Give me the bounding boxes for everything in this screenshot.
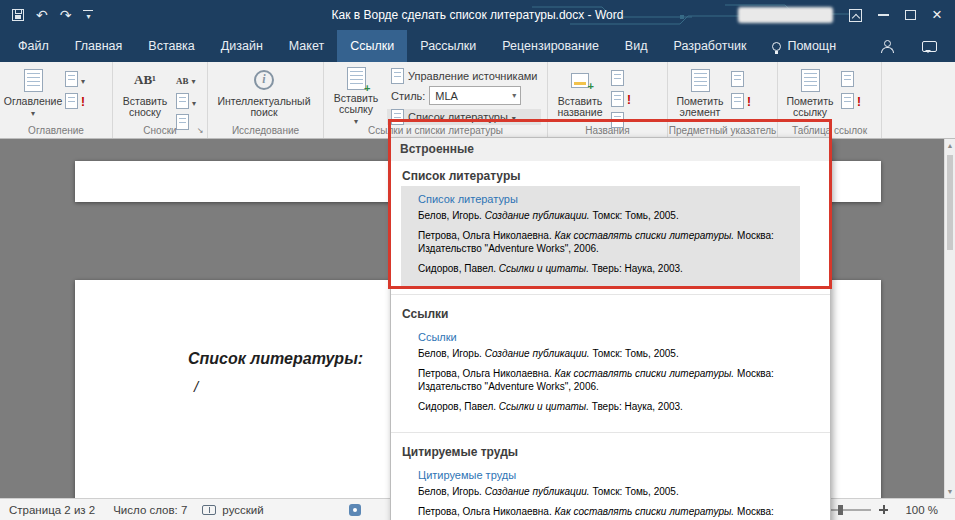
scroll-down-icon[interactable]: [945, 488, 955, 495]
bibliography-entry: Сидоров, Павел. Ссылки и цитаты. Тверь: …: [418, 262, 790, 275]
footnote-ab1-icon: [134, 72, 156, 88]
style-value: MLA: [435, 90, 458, 102]
scrollbar-thumb[interactable]: [947, 155, 953, 250]
tab-review[interactable]: Рецензирование: [489, 30, 612, 62]
zoom-in-icon[interactable]: [879, 505, 888, 514]
customize-quick-access-icon[interactable]: [83, 10, 93, 21]
mark-citation-button[interactable]: Пометить ссылку: [781, 64, 839, 123]
entry-author: Белов, Игорь.: [418, 348, 482, 359]
update-table-icon: [65, 93, 78, 109]
zoom-level[interactable]: 100 %: [896, 504, 947, 516]
gallery-item-bibliography[interactable]: Список литературы Белов, Игорь. Создание…: [401, 186, 800, 288]
gallery-section-label: Список литературы: [402, 169, 820, 183]
info-icon: [254, 70, 274, 90]
add-text-button[interactable]: [63, 70, 87, 88]
update-authorities-button[interactable]: [839, 92, 863, 110]
entry-tail: Тверь: Наука, 2003.: [592, 401, 683, 412]
ribbon-display-options-icon[interactable]: [849, 9, 862, 22]
update-authorities-icon: [841, 93, 854, 109]
update-index-button[interactable]: [729, 92, 753, 110]
text-cursor: /: [194, 378, 198, 395]
mark-entry-button[interactable]: Пометить элемент: [671, 64, 729, 123]
zoom-slider-thumb[interactable]: [838, 505, 843, 515]
group-captions: Вставить название Названия: [548, 62, 668, 138]
gallery-item-works-cited[interactable]: Цитируемые труды Белов, Игорь. Создание …: [401, 462, 800, 520]
mark-entry-label: Пометить элемент: [671, 96, 729, 118]
gallery-section-works-cited: Цитируемые труды Цитируемые труды Белов,…: [391, 432, 830, 520]
document-heading[interactable]: Список литературы:: [188, 350, 363, 368]
scroll-up-icon[interactable]: [945, 142, 955, 149]
insert-footnote-button[interactable]: Вставить сноску: [116, 64, 174, 123]
entry-work: Ссылки и цитаты.: [499, 401, 589, 412]
redo-icon[interactable]: [60, 6, 72, 24]
bibliography-entry: Петрова, Ольга Николаевна. Как составлят…: [418, 229, 790, 255]
maximize-icon[interactable]: [905, 10, 916, 20]
bibliography-entry: Белов, Игорь. Создание публикации. Томск…: [418, 347, 790, 360]
exclamation-icon: [747, 92, 751, 110]
gallery-item-references[interactable]: Ссылки Белов, Игорь. Создание публикации…: [401, 324, 800, 426]
gallery-section-bibliography: Список литературы Список литературы Бело…: [391, 169, 830, 288]
entry-work: Создание публикации.: [485, 486, 590, 497]
group-index: Пометить элемент Предметный указатель: [668, 62, 778, 138]
insert-table-of-figures-button[interactable]: [609, 70, 633, 86]
entry-tail: Томск: Томь, 2005.: [592, 486, 678, 497]
bibliography-icon: [391, 109, 404, 125]
tab-design[interactable]: Дизайн: [208, 30, 276, 62]
feedback-icon[interactable]: [922, 41, 937, 52]
mark-citation-label: Пометить ссылку: [781, 96, 839, 118]
tab-mailings[interactable]: Рассылки: [407, 30, 489, 62]
bibliography-button[interactable]: Список литературы: [387, 109, 541, 125]
tab-file[interactable]: Файл: [0, 30, 62, 62]
update-table-icon: [611, 91, 624, 107]
save-icon[interactable]: [12, 9, 24, 21]
entry-work: Как составлять списки литературы.: [554, 506, 734, 517]
manage-sources-button[interactable]: Управление источниками: [387, 68, 541, 84]
smart-lookup-label: Интеллектуальный поиск: [211, 96, 317, 118]
tab-tell-me[interactable]: Помощн: [759, 30, 849, 62]
captions-small-buttons: [609, 64, 633, 123]
tab-insert[interactable]: Вставка: [135, 30, 207, 62]
account-name-redacted: [738, 7, 833, 23]
insert-endnote-button[interactable]: [174, 70, 198, 88]
update-table-of-figures-button[interactable]: [609, 90, 633, 108]
tab-references[interactable]: Ссылки: [337, 30, 407, 62]
style-combobox[interactable]: MLA: [429, 86, 521, 105]
next-footnote-button[interactable]: [174, 92, 198, 110]
page-indicator[interactable]: Страница 2 из 2: [0, 504, 104, 516]
insert-citation-button[interactable]: Вставить ссылку: [327, 64, 385, 123]
insert-index-button[interactable]: [729, 70, 753, 88]
insert-citation-icon: [347, 67, 366, 90]
input-indicator-icon: [349, 504, 361, 516]
bibliography-entry: Белов, Игорь. Создание публикации. Томск…: [418, 485, 790, 498]
toc-button[interactable]: Оглавление: [3, 64, 63, 123]
language-indicator[interactable]: русский: [216, 504, 272, 516]
vertical-scrollbar[interactable]: [944, 139, 955, 498]
tab-developer[interactable]: Разработчик: [660, 30, 759, 62]
insert-caption-label: Вставить название: [551, 96, 609, 118]
insert-caption-button[interactable]: Вставить название: [551, 64, 609, 123]
group-table-of-contents: Оглавление Оглавление: [0, 62, 113, 138]
bibliography-gallery-popup: Встроенные Список литературы Список лите…: [390, 137, 831, 520]
undo-icon[interactable]: [36, 6, 48, 24]
insert-authorities-button[interactable]: [839, 70, 863, 88]
group-label: Исследование: [208, 124, 323, 137]
citation-rows: Управление источниками Стиль: MLA Список…: [387, 64, 541, 123]
entry-author: Петрова, Ольга Николаевна.: [418, 368, 552, 379]
entry-author: Петрова, Ольга Николаевна.: [418, 506, 552, 517]
style-row: Стиль: MLA: [387, 86, 541, 105]
minimize-icon[interactable]: [878, 14, 889, 16]
quick-access-toolbar: [0, 6, 93, 24]
bibliography-entry: Белов, Игорь. Создание публикации. Томск…: [418, 209, 790, 222]
tab-home[interactable]: Главная: [62, 30, 136, 62]
word-count[interactable]: Число слов: 7: [104, 504, 196, 516]
close-icon[interactable]: [932, 6, 942, 24]
lightbulb-icon: [772, 42, 781, 51]
tab-view[interactable]: Вид: [612, 30, 661, 62]
group-footnotes: Вставить сноску Сноски: [113, 62, 208, 138]
proofing-icon[interactable]: [202, 505, 216, 515]
update-table-button[interactable]: [63, 92, 87, 110]
smart-lookup-button[interactable]: Интеллектуальный поиск: [211, 64, 317, 123]
entry-author: Петрова, Ольга Николаевна.: [418, 230, 552, 241]
tab-layout[interactable]: Макет: [276, 30, 337, 62]
account-icon[interactable]: [880, 40, 894, 53]
